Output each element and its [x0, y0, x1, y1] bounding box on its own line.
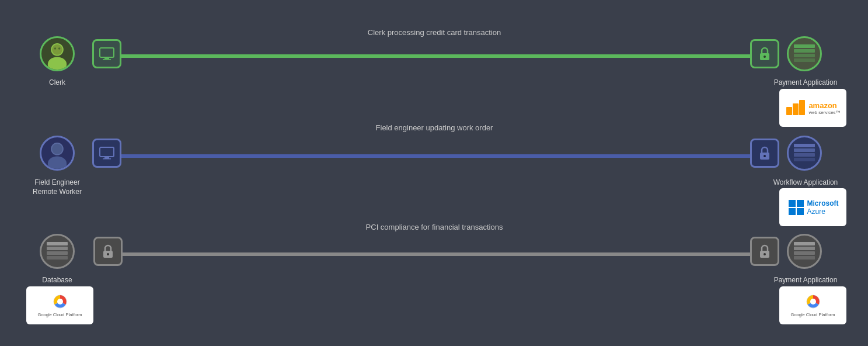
svg-point-9 — [764, 56, 766, 58]
clerk-label: Clerk — [40, 78, 75, 88]
svg-point-46 — [57, 299, 63, 305]
database-server — [40, 234, 75, 269]
svg-rect-41 — [794, 242, 815, 245]
clerk-monitor — [92, 39, 121, 68]
svg-rect-7 — [103, 59, 111, 60]
svg-point-4 — [58, 47, 61, 50]
svg-rect-43 — [794, 251, 815, 255]
payment-server-green — [787, 36, 822, 71]
svg-rect-35 — [47, 251, 68, 255]
workflow-lock-blue — [750, 139, 779, 168]
svg-rect-30 — [797, 200, 804, 207]
svg-rect-15 — [793, 103, 799, 115]
svg-rect-27 — [794, 153, 815, 157]
svg-point-18 — [48, 156, 67, 171]
svg-rect-31 — [789, 208, 796, 215]
svg-rect-26 — [794, 148, 815, 152]
row3-label: PCI compliance for financial transaction… — [366, 223, 503, 231]
payment-app-label-green: Payment Application — [771, 78, 841, 88]
svg-rect-21 — [104, 157, 109, 158]
svg-rect-33 — [47, 242, 68, 245]
svg-point-24 — [764, 155, 766, 157]
field-engineer-avatar — [40, 136, 75, 171]
row2-line — [120, 154, 754, 158]
svg-point-3 — [54, 47, 57, 50]
database-label: Database — [40, 276, 75, 285]
svg-rect-12 — [794, 54, 815, 57]
svg-rect-32 — [797, 208, 804, 215]
svg-rect-6 — [104, 57, 109, 59]
clerk-avatar — [40, 36, 75, 71]
svg-point-38 — [107, 253, 109, 255]
gcp-badge-right: Google Cloud Platform — [779, 286, 846, 324]
row1-label: Clerk processing credit card transaction — [368, 28, 501, 37]
svg-rect-22 — [103, 158, 111, 160]
svg-point-40 — [764, 253, 766, 255]
database-lock — [93, 237, 123, 266]
payment-lock-green — [750, 39, 779, 68]
row2-label: Field engineer updating work order — [376, 123, 493, 132]
svg-point-19 — [52, 144, 62, 154]
svg-rect-25 — [794, 144, 815, 147]
row1-line — [120, 54, 754, 58]
svg-rect-44 — [794, 256, 815, 260]
payment-lock-gray — [750, 237, 779, 266]
field-engineer-label: Field Engineer Remote Worker — [29, 178, 85, 196]
azure-badge: Microsoft Azure — [779, 188, 846, 226]
svg-rect-11 — [794, 49, 815, 53]
row3-line — [120, 252, 754, 256]
svg-rect-5 — [100, 48, 114, 57]
gcp-badge-left: Google Cloud Platform — [26, 286, 93, 324]
svg-rect-13 — [794, 58, 815, 62]
workflow-app-label: Workflow Application — [771, 178, 841, 188]
svg-rect-10 — [794, 44, 815, 48]
diagram-container: Clerk processing credit card transaction — [0, 0, 868, 346]
payment-app-label-gray: Payment Application — [771, 276, 841, 285]
svg-rect-34 — [47, 247, 68, 250]
svg-rect-28 — [794, 158, 815, 161]
svg-rect-16 — [799, 100, 805, 115]
svg-point-1 — [48, 57, 67, 71]
svg-rect-14 — [786, 107, 792, 115]
svg-rect-42 — [794, 247, 815, 250]
svg-rect-29 — [789, 200, 796, 207]
svg-rect-20 — [100, 147, 114, 157]
aws-badge: amazon web services™ — [779, 89, 846, 127]
payment-server-gray — [787, 234, 822, 269]
field-engineer-monitor — [92, 139, 121, 168]
workflow-server-blue — [787, 136, 822, 171]
svg-rect-36 — [47, 256, 68, 260]
svg-point-2 — [52, 44, 62, 55]
svg-point-48 — [810, 299, 816, 305]
